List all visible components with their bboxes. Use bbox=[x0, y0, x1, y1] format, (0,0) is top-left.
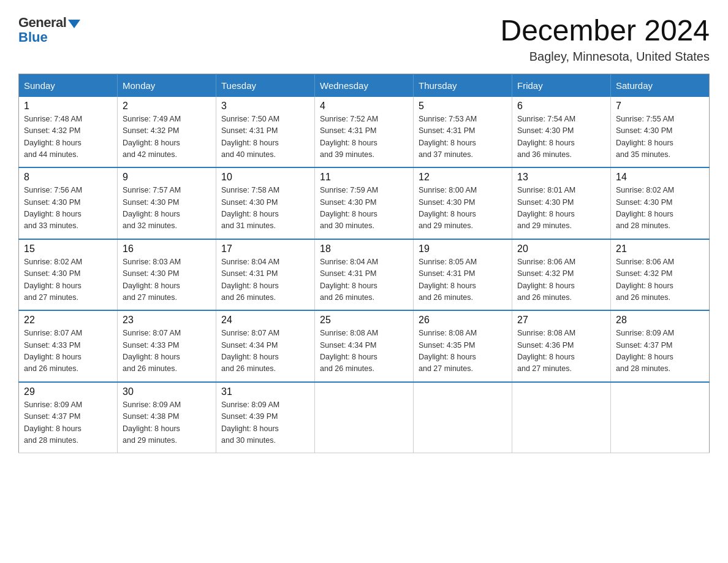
day-number: 16 bbox=[123, 243, 211, 255]
calendar-table: SundayMondayTuesdayWednesdayThursdayFrid… bbox=[18, 74, 710, 454]
calendar-cell: 17Sunrise: 8:04 AMSunset: 4:31 PMDayligh… bbox=[216, 239, 315, 311]
weekday-header-row: SundayMondayTuesdayWednesdayThursdayFrid… bbox=[19, 74, 710, 97]
day-number: 2 bbox=[123, 101, 211, 112]
logo-general-text: General bbox=[18, 15, 66, 31]
weekday-header-sunday: Sunday bbox=[19, 74, 118, 97]
calendar-cell: 22Sunrise: 8:07 AMSunset: 4:33 PMDayligh… bbox=[19, 310, 118, 382]
day-info: Sunrise: 8:09 AMSunset: 4:37 PMDaylight:… bbox=[616, 327, 704, 375]
day-number: 15 bbox=[24, 243, 112, 255]
day-info: Sunrise: 7:55 AMSunset: 4:30 PMDaylight:… bbox=[616, 113, 704, 161]
calendar-cell: 23Sunrise: 8:07 AMSunset: 4:33 PMDayligh… bbox=[118, 310, 216, 382]
calendar-cell: 2Sunrise: 7:49 AMSunset: 4:32 PMDaylight… bbox=[118, 97, 216, 168]
day-number: 10 bbox=[221, 172, 309, 183]
calendar-cell: 15Sunrise: 8:02 AMSunset: 4:30 PMDayligh… bbox=[19, 239, 118, 311]
day-info: Sunrise: 7:57 AMSunset: 4:30 PMDaylight:… bbox=[123, 185, 211, 232]
day-number: 30 bbox=[123, 386, 211, 397]
weekday-header-monday: Monday bbox=[118, 74, 216, 97]
calendar-cell: 25Sunrise: 8:08 AMSunset: 4:34 PMDayligh… bbox=[315, 310, 414, 382]
day-number: 3 bbox=[221, 101, 309, 112]
calendar-week-row: 22Sunrise: 8:07 AMSunset: 4:33 PMDayligh… bbox=[19, 310, 710, 382]
day-info: Sunrise: 8:02 AMSunset: 4:30 PMDaylight:… bbox=[24, 256, 112, 304]
day-info: Sunrise: 8:04 AMSunset: 4:31 PMDaylight:… bbox=[221, 256, 309, 304]
day-info: Sunrise: 8:09 AMSunset: 4:38 PMDaylight:… bbox=[123, 399, 211, 447]
day-info: Sunrise: 8:04 AMSunset: 4:31 PMDaylight:… bbox=[320, 256, 408, 304]
day-number: 18 bbox=[320, 243, 408, 255]
day-number: 13 bbox=[517, 172, 605, 183]
day-number: 5 bbox=[419, 101, 507, 112]
day-info: Sunrise: 7:49 AMSunset: 4:32 PMDaylight:… bbox=[123, 113, 211, 161]
calendar-cell: 27Sunrise: 8:08 AMSunset: 4:36 PMDayligh… bbox=[512, 310, 611, 382]
calendar-cell: 29Sunrise: 8:09 AMSunset: 4:37 PMDayligh… bbox=[19, 382, 118, 453]
calendar-cell: 12Sunrise: 8:00 AMSunset: 4:30 PMDayligh… bbox=[414, 167, 512, 239]
calendar-cell bbox=[611, 382, 710, 453]
calendar-week-row: 15Sunrise: 8:02 AMSunset: 4:30 PMDayligh… bbox=[19, 239, 710, 311]
day-info: Sunrise: 7:52 AMSunset: 4:31 PMDaylight:… bbox=[320, 113, 408, 161]
day-info: Sunrise: 7:50 AMSunset: 4:31 PMDaylight:… bbox=[221, 113, 309, 161]
day-number: 20 bbox=[517, 243, 605, 255]
day-info: Sunrise: 8:05 AMSunset: 4:31 PMDaylight:… bbox=[419, 256, 507, 304]
day-info: Sunrise: 8:08 AMSunset: 4:36 PMDaylight:… bbox=[517, 327, 605, 375]
calendar-cell: 13Sunrise: 8:01 AMSunset: 4:30 PMDayligh… bbox=[512, 167, 611, 239]
calendar-cell: 16Sunrise: 8:03 AMSunset: 4:30 PMDayligh… bbox=[118, 239, 216, 311]
day-number: 22 bbox=[24, 315, 112, 326]
day-number: 11 bbox=[320, 172, 408, 183]
day-info: Sunrise: 7:53 AMSunset: 4:31 PMDaylight:… bbox=[419, 113, 507, 161]
day-info: Sunrise: 8:01 AMSunset: 4:30 PMDaylight:… bbox=[517, 185, 605, 232]
day-info: Sunrise: 8:07 AMSunset: 4:34 PMDaylight:… bbox=[221, 327, 309, 375]
weekday-header-saturday: Saturday bbox=[611, 74, 710, 97]
day-info: Sunrise: 8:09 AMSunset: 4:37 PMDaylight:… bbox=[24, 399, 112, 447]
calendar-week-row: 8Sunrise: 7:56 AMSunset: 4:30 PMDaylight… bbox=[19, 167, 710, 239]
logo: General Blue bbox=[18, 15, 80, 45]
day-info: Sunrise: 8:08 AMSunset: 4:34 PMDaylight:… bbox=[320, 327, 408, 375]
calendar-cell: 31Sunrise: 8:09 AMSunset: 4:39 PMDayligh… bbox=[216, 382, 315, 453]
day-number: 23 bbox=[123, 315, 211, 326]
calendar-cell: 10Sunrise: 7:58 AMSunset: 4:30 PMDayligh… bbox=[216, 167, 315, 239]
calendar-cell: 3Sunrise: 7:50 AMSunset: 4:31 PMDaylight… bbox=[216, 97, 315, 168]
day-info: Sunrise: 7:59 AMSunset: 4:30 PMDaylight:… bbox=[320, 185, 408, 232]
calendar-cell: 8Sunrise: 7:56 AMSunset: 4:30 PMDaylight… bbox=[19, 167, 118, 239]
calendar-cell: 20Sunrise: 8:06 AMSunset: 4:32 PMDayligh… bbox=[512, 239, 611, 311]
day-number: 21 bbox=[616, 243, 704, 255]
day-number: 12 bbox=[419, 172, 507, 183]
calendar-cell: 26Sunrise: 8:08 AMSunset: 4:35 PMDayligh… bbox=[414, 310, 512, 382]
day-number: 4 bbox=[320, 101, 408, 112]
calendar-cell: 19Sunrise: 8:05 AMSunset: 4:31 PMDayligh… bbox=[414, 239, 512, 311]
day-info: Sunrise: 8:00 AMSunset: 4:30 PMDaylight:… bbox=[419, 185, 507, 232]
calendar-cell: 6Sunrise: 7:54 AMSunset: 4:30 PMDaylight… bbox=[512, 97, 611, 168]
day-number: 14 bbox=[616, 172, 704, 183]
page-header: General Blue December 2024 Bagley, Minne… bbox=[18, 15, 710, 64]
day-number: 29 bbox=[24, 386, 112, 397]
day-info: Sunrise: 7:48 AMSunset: 4:32 PMDaylight:… bbox=[24, 113, 112, 161]
day-number: 27 bbox=[517, 315, 605, 326]
calendar-week-row: 1Sunrise: 7:48 AMSunset: 4:32 PMDaylight… bbox=[19, 97, 710, 168]
weekday-header-friday: Friday bbox=[512, 74, 611, 97]
day-info: Sunrise: 8:07 AMSunset: 4:33 PMDaylight:… bbox=[24, 327, 112, 375]
location-text: Bagley, Minnesota, United States bbox=[500, 50, 710, 64]
day-info: Sunrise: 8:06 AMSunset: 4:32 PMDaylight:… bbox=[517, 256, 605, 304]
calendar-cell: 14Sunrise: 8:02 AMSunset: 4:30 PMDayligh… bbox=[611, 167, 710, 239]
day-number: 25 bbox=[320, 315, 408, 326]
calendar-cell: 21Sunrise: 8:06 AMSunset: 4:32 PMDayligh… bbox=[611, 239, 710, 311]
day-number: 19 bbox=[419, 243, 507, 255]
calendar-cell bbox=[315, 382, 414, 453]
day-info: Sunrise: 8:09 AMSunset: 4:39 PMDaylight:… bbox=[221, 399, 309, 447]
day-info: Sunrise: 7:56 AMSunset: 4:30 PMDaylight:… bbox=[24, 185, 112, 232]
logo-blue-text: Blue bbox=[18, 29, 48, 45]
calendar-cell: 24Sunrise: 8:07 AMSunset: 4:34 PMDayligh… bbox=[216, 310, 315, 382]
month-title: December 2024 bbox=[500, 15, 710, 47]
day-number: 8 bbox=[24, 172, 112, 183]
day-number: 28 bbox=[616, 315, 704, 326]
day-number: 26 bbox=[419, 315, 507, 326]
day-info: Sunrise: 8:07 AMSunset: 4:33 PMDaylight:… bbox=[123, 327, 211, 375]
calendar-cell: 7Sunrise: 7:55 AMSunset: 4:30 PMDaylight… bbox=[611, 97, 710, 168]
calendar-cell: 18Sunrise: 8:04 AMSunset: 4:31 PMDayligh… bbox=[315, 239, 414, 311]
calendar-cell: 9Sunrise: 7:57 AMSunset: 4:30 PMDaylight… bbox=[118, 167, 216, 239]
day-info: Sunrise: 7:54 AMSunset: 4:30 PMDaylight:… bbox=[517, 113, 605, 161]
day-number: 7 bbox=[616, 101, 704, 112]
logo-arrow-icon bbox=[68, 20, 80, 28]
calendar-cell: 11Sunrise: 7:59 AMSunset: 4:30 PMDayligh… bbox=[315, 167, 414, 239]
day-info: Sunrise: 7:58 AMSunset: 4:30 PMDaylight:… bbox=[221, 185, 309, 232]
calendar-cell: 28Sunrise: 8:09 AMSunset: 4:37 PMDayligh… bbox=[611, 310, 710, 382]
calendar-cell: 1Sunrise: 7:48 AMSunset: 4:32 PMDaylight… bbox=[19, 97, 118, 168]
day-info: Sunrise: 8:08 AMSunset: 4:35 PMDaylight:… bbox=[419, 327, 507, 375]
